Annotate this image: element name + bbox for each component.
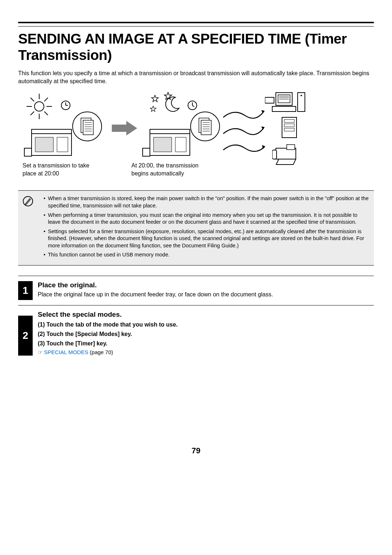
info-bullet: When a timer transmission is stored, kee… [44,195,369,209]
svg-line-28 [192,105,194,107]
link-page-suffix: (page 70) [88,349,113,355]
diagram-caption-1: Set a transmission to take place at 20:0… [23,162,95,177]
moon-icon [163,96,181,114]
svg-rect-50 [272,106,296,112]
svg-point-52 [301,95,302,96]
note-pencil-icon [23,196,33,261]
diagram-caption-2: At 20:00, the transmission begins automa… [131,162,215,177]
star-icon [151,95,159,104]
sun-icon [25,92,54,121]
step-title: Place the original. [38,281,374,289]
svg-rect-53 [265,97,274,103]
svg-rect-15 [57,137,68,152]
svg-line-8 [30,112,34,115]
clock-icon [60,100,71,111]
svg-rect-31 [154,137,172,152]
info-bullet: This function cannot be used in USB memo… [44,251,369,259]
svg-rect-59 [272,150,277,159]
svg-rect-13 [32,129,72,134]
diagram-area: Set a transmission to take place at 20:0… [18,92,374,174]
document-balloon-icon [71,110,103,143]
substep: (3) Touch the [Timer] key. [38,340,374,347]
svg-rect-14 [35,137,53,152]
svg-line-6 [44,112,48,115]
svg-rect-16 [24,148,32,156]
document-balloon-icon [189,110,221,143]
step-number: 1 [18,281,33,300]
svg-line-5 [30,98,34,101]
substep: (1) Touch the tab of the mode that you w… [38,321,374,328]
svg-marker-25 [112,121,137,135]
rule-top-thick [18,22,374,23]
svg-rect-33 [143,148,150,156]
svg-rect-32 [175,137,186,152]
page-title: SENDING AN IMAGE AT A SPECIFIED TIME (Ti… [18,31,374,64]
substep: (2) Touch the [Special Modes] key. [38,331,374,337]
star-icon [150,106,157,113]
step-title: Select the special modes. [38,311,374,319]
cross-reference: ☞ SPECIAL MODES (page 70) [38,349,374,356]
step-number: 2 [18,316,33,356]
intro-paragraph: This function lets you specify a time at… [18,69,374,86]
page-number: 79 [18,446,374,455]
svg-rect-46 [278,95,290,103]
pointer-icon: ☞ [38,349,44,355]
step-2: 2 Select the special modes. (1) Touch th… [18,305,374,366]
svg-rect-30 [150,129,190,134]
server-icon [281,117,297,138]
arrow-right-icon [112,121,137,135]
svg-point-0 [34,102,44,111]
step-description: Place the original face up in the docume… [38,291,374,298]
rule-top-thin [18,26,374,27]
special-modes-link[interactable]: SPECIAL MODES [44,349,88,355]
svg-line-7 [44,98,48,101]
clock-icon [187,100,198,111]
computer-icon [265,92,309,114]
step-1: 1 Place the original. Place the original… [18,276,374,305]
info-bullet: When performing a timer transmission, yo… [44,212,369,226]
info-bullet: Settings selected for a timer transmissi… [44,228,369,250]
info-note-box: When a timer transmission is stored, kee… [18,190,374,266]
fax-icon [272,143,301,166]
svg-rect-60 [287,145,295,150]
transmission-arrows-icon [221,106,269,157]
